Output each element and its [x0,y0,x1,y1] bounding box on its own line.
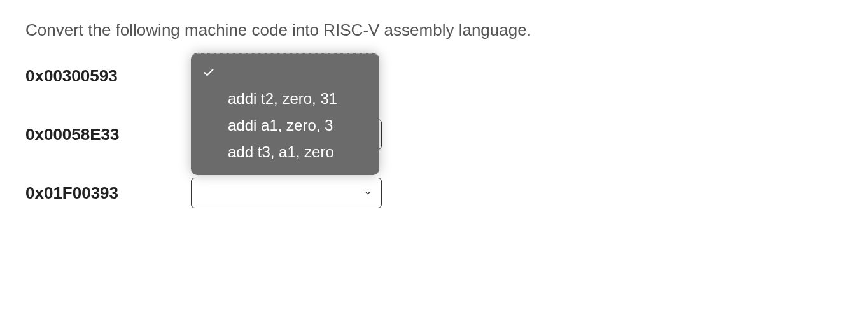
dropdown-option-3[interactable]: add t3, a1, zero [228,143,365,161]
row-1: 0x00300593 addi t2, zero, 31 addi a1, ze… [25,60,843,91]
checkmark-icon [202,66,215,82]
dropdown-options: addi t2, zero, 31 addi a1, zero, 3 add t… [205,90,365,161]
code-label-1: 0x00300593 [25,66,191,86]
row-2: 0x00058E33 [25,119,843,150]
dropdown-popup[interactable]: addi t2, zero, 31 addi a1, zero, 3 add t… [191,53,379,175]
code-label-3: 0x01F00393 [25,183,191,203]
chevron-down-icon [363,188,372,197]
question-rows: 0x00300593 addi t2, zero, 31 addi a1, ze… [25,60,843,208]
code-label-2: 0x00058E33 [25,125,191,145]
question-text: Convert the following machine code into … [25,20,843,40]
dropdown-option-2[interactable]: addi a1, zero, 3 [228,117,365,134]
dropdown-option-1[interactable]: addi t2, zero, 31 [228,90,365,108]
row-3: 0x01F00393 [25,178,843,208]
dropdown-selected-blank[interactable] [202,64,365,83]
select-box-3[interactable] [191,178,382,208]
